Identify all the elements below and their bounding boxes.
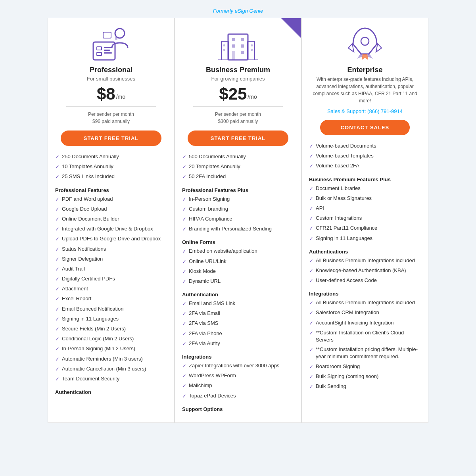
check-icon: ✓	[55, 345, 60, 353]
list-item: ✓ Branding with Personalized Sending	[182, 225, 294, 233]
contact-sales-button[interactable]: CONTACT SALES	[320, 120, 410, 135]
feature-list: ✓ Embed on website/application ✓ Online …	[182, 248, 294, 288]
section-title: Authentications	[309, 249, 421, 255]
check-icon: ✓	[309, 267, 313, 274]
feature-text: Automatic Reminders (Min 3 users)	[62, 355, 143, 363]
list-item: ✓ Email Bounced Notification	[55, 305, 167, 313]
plan-price-professional: $8 /mo	[97, 86, 125, 102]
list-item: ✓ Bulk Signing (coming soon)	[309, 373, 421, 380]
feature-list: ✓ All Business Premium Integrations incl…	[309, 257, 421, 287]
feature-text: User-defined Access Code	[316, 277, 377, 284]
feature-text: Volume-based Documents	[316, 142, 376, 150]
list-item: ✓ In-Person Signing	[182, 196, 294, 203]
feature-text: Bulk or Mass Signatures	[316, 195, 372, 202]
check-icon: ✓	[309, 383, 313, 390]
feature-list: ✓ Boardroom Signing ✓ Bulk Signing (comi…	[309, 363, 421, 393]
feature-text: Online Document Builder	[62, 215, 119, 223]
start-trial-button-professional[interactable]: START FREE TRIAL	[61, 131, 161, 146]
feature-text: Dynamic URL	[189, 278, 221, 285]
plan-tagline-business-premium: For growing companies	[211, 76, 265, 82]
list-item: ✓ Volume-based Documents	[309, 142, 421, 150]
list-item: ✓ Secure Fields (Min 2 Users)	[55, 325, 167, 333]
start-trial-button-business-premium[interactable]: START FREE TRIAL	[188, 131, 288, 146]
feature-text: 250 Documents Annually	[62, 153, 119, 160]
feature-text: API	[316, 205, 324, 212]
plan-tagline-professional: For small businesses	[87, 76, 135, 82]
feature-text: Kiosk Mode	[189, 268, 216, 275]
list-item: ✓ Salesforce CRM Integration	[309, 309, 421, 317]
feature-text: Audit Trail	[62, 265, 85, 273]
list-item: ✓ Excel Report	[55, 295, 167, 303]
feature-text: Branding with Personalized Sending	[189, 225, 272, 232]
price-mo: /mo	[116, 94, 125, 100]
check-icon: ✓	[182, 300, 186, 307]
check-icon: ✓	[309, 153, 313, 160]
check-icon: ✓	[55, 206, 60, 213]
list-item: ✓ User-defined Access Code	[309, 277, 421, 284]
plan-enterprise: EnterpriseWith enterprise-grade features…	[301, 18, 428, 423]
feature-text: 50 2FA Included	[189, 173, 226, 180]
feature-text: Boardroom Signing	[316, 363, 360, 370]
feature-text: Integrated with Google Drive & Dropbox	[62, 225, 153, 232]
check-icon: ✓	[55, 163, 60, 171]
check-icon: ✓	[182, 393, 186, 400]
list-item: ✓ 500 Documents Annually	[182, 153, 294, 161]
check-icon: ✓	[309, 195, 313, 202]
feature-text: Bulk Signing (coming soon)	[316, 373, 378, 380]
list-item: ✓ Attachment	[55, 285, 167, 293]
check-icon: ✓	[309, 235, 313, 242]
list-item: ✓ Embed on website/application	[182, 248, 294, 255]
feature-text: **Custom Installation on Client's Cloud …	[316, 329, 421, 344]
feature-list: ✓ 250 Documents Annually ✓ 10 Templates …	[55, 153, 167, 183]
section-title: Integrations	[182, 354, 294, 360]
list-item: ✓ 2FA via SMS	[182, 320, 294, 327]
check-icon: ✓	[309, 320, 313, 327]
plan-price-business-premium: $25 /mo	[219, 86, 257, 102]
svg-rect-14	[241, 44, 244, 48]
list-item: ✓ 20 Templates Annually	[182, 163, 294, 171]
feature-text: Status Notifications	[62, 246, 106, 253]
list-item: ✓ In-Person Signing (Min 2 Users)	[55, 345, 167, 353]
list-item: ✓ Custom Integrations	[309, 215, 421, 222]
feature-text: Volume-based Templates	[316, 152, 374, 159]
feature-text: Topaz ePad Devices	[189, 392, 236, 399]
svg-rect-13	[232, 44, 235, 48]
feature-text: 2FA via Email	[189, 310, 220, 317]
feature-text: Embed on website/application	[189, 248, 257, 255]
svg-rect-22	[251, 49, 253, 51]
check-icon: ✓	[182, 248, 186, 255]
feature-text: Salesforce CRM Integration	[316, 309, 379, 316]
sales-phone: Sales & Support: (866) 791-9914	[327, 108, 403, 114]
check-icon: ✓	[309, 205, 313, 212]
svg-rect-15	[232, 51, 235, 60]
svg-rect-21	[251, 44, 253, 46]
feature-text: Conditional Logic (Min 2 Users)	[62, 335, 134, 342]
feature-text: In-Person Signing (Min 2 Users)	[62, 345, 135, 352]
feature-text: 20 Templates Annually	[189, 163, 240, 170]
feature-text: Secure Fields (Min 2 Users)	[62, 325, 126, 332]
feature-text: HIPAA Compliance	[189, 215, 232, 223]
list-item: ✓ Status Notifications	[55, 246, 167, 253]
list-item: ✓ PDF and Word upload	[55, 196, 167, 203]
feature-text: Zapier Integrations with over 3000 apps	[189, 362, 279, 369]
svg-rect-7	[115, 37, 117, 40]
list-item: ✓ 250 Documents Annually	[55, 153, 167, 161]
feature-list: ✓ Volume-based Documents ✓ Volume-based …	[309, 142, 421, 173]
list-item: ✓ Online Document Builder	[55, 215, 167, 223]
feature-text: Google Doc Upload	[62, 205, 107, 213]
feature-list: ✓ In-Person Signing ✓ Custom branding ✓ …	[182, 196, 294, 236]
feature-text: CFR21 Part11 Compliance	[316, 225, 377, 232]
check-icon: ✓	[55, 236, 60, 243]
check-icon: ✓	[55, 336, 60, 343]
feature-text: Signer Delegation	[62, 255, 103, 263]
feature-list: ✓ 500 Documents Annually ✓ 20 Templates …	[182, 153, 294, 183]
plan-name-professional: Professional	[90, 66, 132, 74]
section-title: Professional Features	[55, 187, 167, 193]
list-item: ✓ WordPress WPForm	[182, 372, 294, 380]
feature-text: Digitally Certified PDFs	[62, 275, 115, 282]
list-item: ✓ CFR21 Part11 Compliance	[309, 225, 421, 232]
feature-text: 2FA via Phone	[189, 330, 222, 337]
list-item: ✓ Conditional Logic (Min 2 Users)	[55, 335, 167, 343]
list-item: ✓ Team Document Security	[55, 375, 167, 383]
price-detail-business-premium: Per sender per month$300 paid annually	[215, 111, 261, 125]
